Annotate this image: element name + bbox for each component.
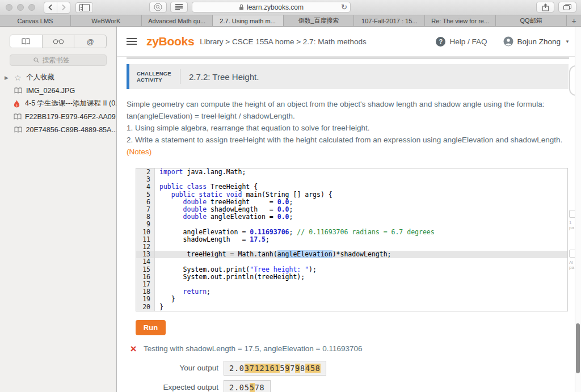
zybooks-logo[interactable]: zyBooks	[146, 35, 194, 48]
magnifier-circle-icon	[154, 3, 162, 11]
bookmark-search-field[interactable]	[10, 54, 107, 66]
browser-tab[interactable]: Canvas LMS	[0, 15, 71, 26]
breadcrumb[interactable]: Library > CSCE 155A home > 2.7: Math met…	[200, 37, 366, 46]
fail-x-icon: ×	[128, 344, 139, 353]
code-line[interactable]: 20}	[136, 304, 567, 311]
line-number: 14	[136, 258, 155, 265]
browser-tab[interactable]: 倒数_百度搜索	[284, 15, 355, 26]
help-faq-link[interactable]: Help / FAQ	[449, 37, 487, 46]
share-button[interactable]	[536, 2, 554, 12]
toggle-sidebar-button[interactable]	[75, 2, 93, 13]
code-line[interactable]: 16 System.out.println(treeHeight);	[136, 273, 567, 281]
chevron-down-icon: ▼	[565, 39, 570, 44]
code-text: System.out.println(treeHeight);	[155, 273, 567, 281]
minimize-window-button[interactable]	[17, 4, 24, 11]
code-text: return;	[155, 288, 567, 296]
problem-line: Simple geometry can compute the height o…	[127, 98, 572, 110]
bookmark-item[interactable]: 4-5 学生选课---添加课程 II (0...	[0, 97, 116, 110]
run-button[interactable]: Run	[136, 320, 166, 335]
page-scrollbar[interactable]	[575, 27, 581, 392]
test-message: Testing with shadowLength = 17.5, angleE…	[144, 344, 363, 353]
code-line[interactable]: 2import java.lang.Math;	[136, 168, 567, 176]
browser-tab[interactable]: 107-Fall-2017 : 15...	[354, 15, 425, 26]
notes-link[interactable]: (Notes)	[127, 146, 572, 158]
share-icon	[542, 3, 549, 11]
line-number: 3	[136, 176, 155, 183]
search-icon	[33, 57, 39, 63]
reading-list-button[interactable]	[170, 2, 188, 12]
back-button[interactable]	[44, 2, 57, 13]
page-content: zyBooks Library > CSCE 155A home > 2.7: …	[117, 27, 581, 392]
reload-icon[interactable]: ↻	[341, 3, 347, 12]
browser-tab[interactable]: Advanced Math qu...	[142, 15, 213, 26]
browser-tab[interactable]: Re: The view for re...	[425, 15, 496, 26]
bookmark-item[interactable]: F22BB179-E979-46F2-AA09...	[0, 110, 116, 123]
glasses-icon	[53, 39, 64, 44]
book-icon	[14, 87, 26, 94]
bookmarks-tab[interactable]	[10, 35, 42, 48]
avatar-icon	[503, 36, 513, 47]
code-text: }	[155, 304, 567, 311]
browser-tab[interactable]: QQ邮箱	[496, 15, 567, 26]
reading-list-tab[interactable]	[42, 35, 74, 48]
code-text: }	[155, 296, 567, 303]
disclosure-triangle-icon[interactable]: ▶	[5, 75, 14, 81]
forward-button[interactable]	[57, 2, 70, 13]
user-menu[interactable]: Bojun Zhong ▼	[503, 36, 570, 47]
code-line[interactable]: 18 return;	[136, 288, 567, 296]
bookmark-item[interactable]: IMG_0264.JPG	[0, 84, 116, 97]
sidebar-icon	[79, 4, 90, 11]
browser-tab[interactable]: 2.7. Using math m...	[213, 15, 284, 26]
search-button[interactable]	[149, 2, 167, 12]
book-icon	[14, 113, 25, 120]
code-editor-lines: 2import java.lang.Math;3 4public class T…	[136, 168, 567, 311]
bookmark-label: IMG_0264.JPG	[26, 87, 75, 95]
code-line[interactable]: 13 treeHeight = Math.tanh(angleElevation…	[136, 251, 567, 258]
code-editor[interactable]: 2import java.lang.Math;3 4public class T…	[136, 168, 568, 311]
lesson-content: CHALLENGE ACTIVITY 2.7.2: Tree Height. S…	[117, 57, 581, 392]
bookmark-item[interactable]: ▶☆个人收藏	[0, 71, 116, 84]
shared-links-tab[interactable]: @	[74, 35, 106, 48]
your-output-label: Your output	[127, 364, 218, 372]
safari-window: learn.zybooks.com ↻ Canvas LMSWeBWorKAdv…	[0, 0, 581, 392]
line-number: 5	[136, 191, 155, 199]
tab-bar: Canvas LMSWeBWorKAdvanced Math qu...2.7.…	[0, 15, 581, 27]
show-all-tabs-button[interactable]	[558, 2, 576, 12]
problem-line: 2. Write a statement to assign treeHeigh…	[127, 134, 572, 146]
expected-output-row: Expected output 2.05578	[127, 380, 581, 392]
your-output-row: Your output 2.0371216159798458	[127, 361, 581, 376]
problem-line: 1. Using simple algebra, rearrange that …	[127, 122, 572, 134]
close-window-button[interactable]	[6, 4, 12, 11]
help-icon: ?	[436, 37, 445, 47]
bookmark-item[interactable]: 20E74856-C89B-4889-85A...	[0, 123, 116, 136]
code-text: double angleElevation = 0.0;	[155, 213, 567, 221]
book-icon	[14, 127, 26, 133]
scrollbar-thumb[interactable]	[576, 323, 580, 373]
problem-statement: Simple geometry can compute the height o…	[127, 98, 572, 158]
code-text	[155, 281, 567, 288]
address-bar[interactable]: learn.zybooks.com ↻	[192, 2, 351, 12]
code-line[interactable]: 8 double angleElevation = 0.0;	[136, 213, 567, 221]
test-result: × Testing with shadowLength = 17.5, angl…	[128, 344, 581, 353]
url-text: learn.zybooks.com	[247, 3, 304, 11]
line-number: 2	[136, 168, 155, 176]
line-number: 19	[136, 296, 155, 303]
bookmark-label: 个人收藏	[26, 73, 54, 82]
challenge-activity-banner: CHALLENGE ACTIVITY 2.7.2: Tree Height.	[127, 64, 569, 89]
hamburger-menu-icon[interactable]	[127, 36, 137, 47]
your-output-value: 2.0371216159798458	[224, 361, 326, 376]
browser-tab[interactable]: WeBWorK	[71, 15, 142, 26]
zoom-window-button[interactable]	[28, 4, 35, 11]
text-lines-icon	[175, 3, 183, 11]
banner-divider	[180, 69, 180, 84]
code-line[interactable]: 11 shadowLength = 17.5;	[136, 236, 567, 243]
search-input[interactable]	[41, 56, 83, 65]
new-tab-button[interactable]: +	[567, 15, 581, 26]
bookmark-label: F22BB179-E979-46F2-AA09...	[25, 113, 116, 121]
code-line[interactable]: 19 }	[136, 296, 567, 303]
sidebar-segmented-control: @	[10, 35, 107, 48]
bookmark-label: 20E74856-C89B-4889-85A...	[26, 126, 116, 134]
zybooks-header: zyBooks Library > CSCE 155A home > 2.7: …	[117, 27, 581, 57]
line-number: 8	[136, 213, 155, 221]
scroll-divider	[127, 57, 569, 59]
